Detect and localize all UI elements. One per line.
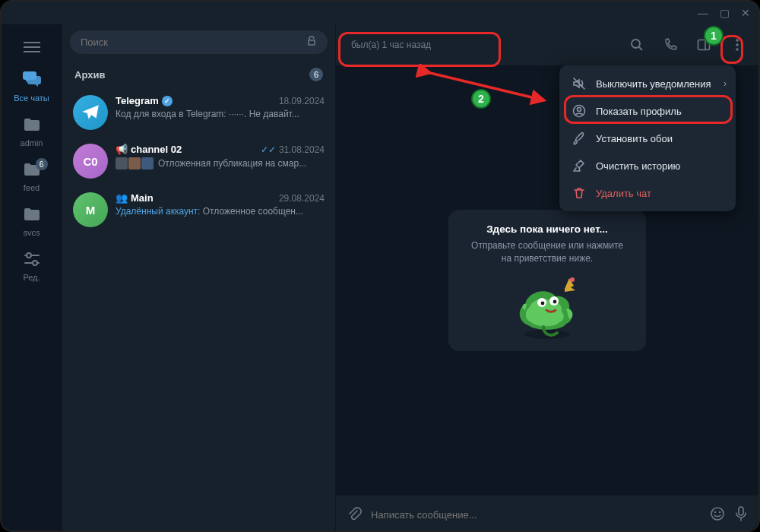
svg-point-6 (736, 48, 738, 50)
search-icon[interactable] (626, 34, 648, 55)
app-window: — ▢ ✕ Все чаты admin (0, 0, 760, 532)
menu-wallpaper[interactable]: Установить обои (559, 125, 736, 152)
folder-label: admin (21, 138, 43, 147)
verified-icon: ✓ (162, 96, 173, 106)
window-maximize-button[interactable]: ▢ (719, 8, 730, 18)
attach-icon[interactable] (347, 506, 362, 524)
search-bar[interactable] (70, 30, 328, 54)
empty-subtitle: Отправьте сообщение или нажмите на приве… (468, 239, 626, 265)
group-icon: 👥 (116, 192, 128, 204)
folder-label: svcs (24, 228, 40, 237)
folder-edit[interactable]: Ред. (5, 245, 59, 290)
brush-icon (572, 131, 587, 145)
chat-name: 👥 Main (116, 192, 154, 204)
empty-title: Здесь пока ничего нет... (468, 223, 626, 235)
emoji-icon[interactable] (710, 506, 725, 524)
chat-preview: Отложенная публикация на смар... (116, 157, 325, 169)
chat-item[interactable]: M 👥 Main 29.08.2024 Удалённый аккаунт: О… (62, 186, 335, 235)
chat-options-menu: Выключить уведомления › Показать профиль… (559, 65, 736, 211)
svg-point-14 (714, 511, 716, 512)
chat-preview: Удалённый аккаунт: Отложенное сообщен... (116, 206, 325, 217)
svg-rect-3 (698, 40, 710, 50)
archive-count: 6 (309, 68, 323, 81)
folder-label: Ред. (23, 273, 40, 282)
svg-point-1 (33, 261, 37, 265)
folder-svcs[interactable]: svcs (5, 200, 59, 245)
call-icon[interactable] (660, 34, 681, 55)
chat-preview: Код для входа в Telegram: ······. Не дав… (116, 109, 325, 119)
menu-label: Очистить историю (596, 160, 680, 172)
menu-label: Установить обои (596, 133, 673, 144)
svg-point-15 (719, 511, 720, 512)
archive-row[interactable]: Архив 6 (62, 60, 335, 89)
folder-icon (24, 118, 40, 135)
svg-point-18 (578, 108, 581, 112)
folder-feed[interactable]: 6 feed (5, 155, 59, 200)
chevron-right-icon: › (724, 78, 727, 89)
sliders-icon (24, 252, 40, 270)
window-titlebar: — ▢ ✕ (2, 2, 758, 24)
chat-name: Telegram ✓ (116, 95, 173, 106)
voice-icon[interactable] (734, 506, 748, 524)
chat-bubbles-icon (22, 70, 42, 90)
menu-delete-chat[interactable]: Удалить чат (559, 179, 736, 207)
svg-point-4 (736, 39, 738, 41)
sidepanel-icon[interactable] (693, 34, 714, 55)
chat-list-panel: Архив 6 Telegram ✓ 18.09.2024 (62, 24, 336, 532)
svg-point-13 (711, 508, 724, 520)
avatar: C0 (73, 144, 108, 179)
folder-sidebar: Все чаты admin 6 feed svcs (2, 24, 62, 532)
lock-icon (306, 36, 317, 49)
folder-label: feed (24, 183, 40, 192)
chat-date: ✓✓ 31.08.2024 (261, 144, 325, 155)
chat-item[interactable]: Telegram ✓ 18.09.2024 Код для входа в Te… (62, 89, 335, 138)
folder-badge: 6 (36, 158, 48, 170)
avatar (73, 95, 108, 130)
message-compose-bar (336, 496, 758, 532)
broom-icon (572, 159, 587, 173)
message-input[interactable] (371, 509, 701, 521)
read-checks-icon: ✓✓ (261, 144, 276, 155)
avatar: M (73, 192, 108, 227)
greeting-sticker[interactable] (505, 272, 589, 340)
trash-icon (572, 186, 587, 200)
search-input[interactable] (81, 36, 300, 48)
chat-item[interactable]: C0 📢 channel 02 ✓✓ 31.08.2024 (62, 138, 335, 186)
folder-icon (24, 207, 40, 225)
menu-label: Удалить чат (596, 188, 651, 199)
svg-point-12 (570, 277, 575, 282)
window-close-button[interactable]: ✕ (740, 8, 751, 18)
folder-all-chats[interactable]: Все чаты (5, 62, 59, 110)
chat-title-zone[interactable]: был(а) 1 час назад (347, 40, 614, 50)
svg-point-9 (541, 302, 545, 306)
media-thumbs (116, 157, 154, 169)
window-minimize-button[interactable]: — (698, 8, 708, 18)
svg-rect-16 (739, 507, 743, 515)
menu-clear-history[interactable]: Очистить историю (559, 152, 736, 179)
svg-point-11 (553, 300, 557, 304)
more-menu-button[interactable] (727, 34, 748, 55)
chat-name: 📢 channel 02 (116, 144, 182, 155)
profile-icon (572, 104, 587, 118)
menu-label: Показать профиль (596, 106, 682, 117)
mute-icon (572, 77, 587, 90)
menu-mute[interactable]: Выключить уведомления › (559, 70, 736, 97)
chat-header: был(а) 1 час назад (336, 24, 758, 65)
chat-date: 29.08.2024 (279, 193, 325, 204)
svg-point-2 (632, 40, 640, 48)
menu-show-profile[interactable]: Показать профиль (559, 97, 736, 125)
menu-label: Выключить уведомления (596, 78, 711, 90)
empty-state-card[interactable]: Здесь пока ничего нет... Отправьте сообщ… (448, 210, 646, 352)
svg-point-5 (736, 43, 738, 46)
main-menu-button[interactable] (17, 32, 47, 62)
chat-status: был(а) 1 час назад (351, 40, 614, 50)
folder-label: Все чаты (14, 93, 49, 103)
svg-point-0 (27, 253, 31, 258)
archive-label: Архив (74, 69, 105, 81)
folder-admin[interactable]: admin (5, 110, 59, 155)
megaphone-icon: 📢 (116, 144, 128, 155)
chat-date: 18.09.2024 (279, 96, 325, 106)
